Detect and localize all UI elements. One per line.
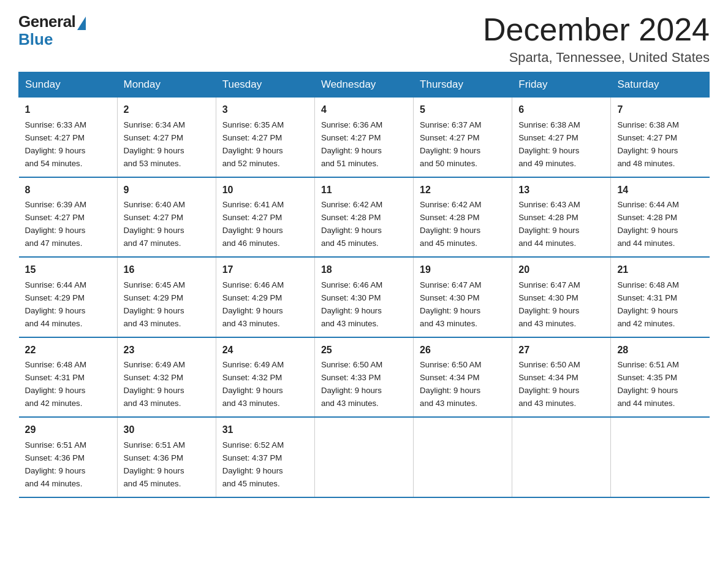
day-number: 27 (518, 343, 604, 358)
day-number: 31 (222, 423, 308, 438)
day-info: Sunrise: 6:48 AMSunset: 4:31 PMDaylight:… (617, 280, 678, 328)
calendar-cell: 25Sunrise: 6:50 AMSunset: 4:33 PMDayligh… (314, 337, 413, 417)
day-number: 18 (321, 262, 407, 278)
day-info: Sunrise: 6:33 AMSunset: 4:27 PMDaylight:… (25, 120, 86, 168)
day-info: Sunrise: 6:52 AMSunset: 4:37 PMDaylight:… (222, 440, 284, 488)
calendar-cell: 22Sunrise: 6:48 AMSunset: 4:31 PMDayligh… (19, 337, 118, 417)
calendar-week-row: 15Sunrise: 6:44 AMSunset: 4:29 PMDayligh… (19, 257, 710, 337)
day-info: Sunrise: 6:34 AMSunset: 4:27 PMDaylight:… (124, 120, 185, 168)
day-number: 30 (124, 423, 210, 438)
location-title: Sparta, Tennessee, United States (483, 50, 710, 66)
calendar-cell (512, 417, 611, 497)
calendar-cell: 21Sunrise: 6:48 AMSunset: 4:31 PMDayligh… (611, 257, 710, 337)
day-info: Sunrise: 6:42 AMSunset: 4:28 PMDaylight:… (420, 200, 481, 248)
day-number: 17 (222, 262, 308, 278)
day-info: Sunrise: 6:49 AMSunset: 4:32 PMDaylight:… (124, 360, 185, 408)
calendar-cell: 9Sunrise: 6:40 AMSunset: 4:27 PMDaylight… (117, 177, 216, 257)
day-number: 23 (124, 343, 210, 358)
calendar-cell: 8Sunrise: 6:39 AMSunset: 4:27 PMDaylight… (19, 177, 118, 257)
calendar-cell: 11Sunrise: 6:42 AMSunset: 4:28 PMDayligh… (314, 177, 413, 257)
day-info: Sunrise: 6:50 AMSunset: 4:34 PMDaylight:… (518, 360, 580, 408)
weekday-header-friday: Friday (512, 72, 611, 98)
calendar-cell: 14Sunrise: 6:44 AMSunset: 4:28 PMDayligh… (611, 177, 710, 257)
day-info: Sunrise: 6:46 AMSunset: 4:30 PMDaylight:… (321, 280, 382, 328)
day-info: Sunrise: 6:49 AMSunset: 4:32 PMDaylight:… (222, 360, 284, 408)
calendar-cell: 6Sunrise: 6:38 AMSunset: 4:27 PMDaylight… (512, 98, 611, 177)
day-number: 20 (518, 262, 604, 278)
header: General Blue December 2024 Sparta, Tenne… (18, 12, 710, 66)
logo-blue-text: Blue (18, 30, 53, 49)
logo: General Blue (18, 12, 86, 49)
day-number: 1 (25, 102, 111, 118)
day-info: Sunrise: 6:47 AMSunset: 4:30 PMDaylight:… (518, 280, 580, 328)
day-number: 7 (617, 102, 703, 118)
day-info: Sunrise: 6:41 AMSunset: 4:27 PMDaylight:… (222, 200, 284, 248)
day-info: Sunrise: 6:50 AMSunset: 4:33 PMDaylight:… (321, 360, 382, 408)
day-info: Sunrise: 6:48 AMSunset: 4:31 PMDaylight:… (25, 360, 86, 408)
day-number: 5 (420, 102, 506, 118)
day-info: Sunrise: 6:51 AMSunset: 4:36 PMDaylight:… (25, 440, 86, 488)
day-number: 22 (25, 343, 111, 358)
weekday-header-sunday: Sunday (19, 72, 118, 98)
calendar-cell: 30Sunrise: 6:51 AMSunset: 4:36 PMDayligh… (117, 417, 216, 497)
calendar-cell: 5Sunrise: 6:37 AMSunset: 4:27 PMDaylight… (414, 98, 512, 177)
calendar-week-row: 22Sunrise: 6:48 AMSunset: 4:31 PMDayligh… (19, 337, 710, 417)
day-number: 8 (25, 183, 111, 198)
calendar-cell: 24Sunrise: 6:49 AMSunset: 4:32 PMDayligh… (216, 337, 314, 417)
logo-triangle-icon (77, 17, 86, 30)
calendar-cell: 15Sunrise: 6:44 AMSunset: 4:29 PMDayligh… (19, 257, 118, 337)
day-info: Sunrise: 6:44 AMSunset: 4:29 PMDaylight:… (25, 280, 86, 328)
day-number: 25 (321, 343, 407, 358)
weekday-header-thursday: Thursday (414, 72, 512, 98)
day-number: 11 (321, 183, 407, 198)
day-info: Sunrise: 6:44 AMSunset: 4:28 PMDaylight:… (617, 200, 678, 248)
calendar-week-row: 8Sunrise: 6:39 AMSunset: 4:27 PMDaylight… (19, 177, 710, 257)
day-number: 10 (222, 183, 308, 198)
day-number: 13 (518, 183, 604, 198)
day-info: Sunrise: 6:38 AMSunset: 4:27 PMDaylight:… (518, 120, 580, 168)
calendar-cell: 13Sunrise: 6:43 AMSunset: 4:28 PMDayligh… (512, 177, 611, 257)
day-info: Sunrise: 6:39 AMSunset: 4:27 PMDaylight:… (25, 200, 86, 248)
day-info: Sunrise: 6:40 AMSunset: 4:27 PMDaylight:… (124, 200, 185, 248)
day-number: 24 (222, 343, 308, 358)
weekday-header-wednesday: Wednesday (314, 72, 413, 98)
day-info: Sunrise: 6:51 AMSunset: 4:35 PMDaylight:… (617, 360, 678, 408)
calendar-week-row: 29Sunrise: 6:51 AMSunset: 4:36 PMDayligh… (19, 417, 710, 497)
day-info: Sunrise: 6:38 AMSunset: 4:27 PMDaylight:… (617, 120, 678, 168)
day-info: Sunrise: 6:46 AMSunset: 4:29 PMDaylight:… (222, 280, 284, 328)
calendar-cell (314, 417, 413, 497)
day-info: Sunrise: 6:50 AMSunset: 4:34 PMDaylight:… (420, 360, 481, 408)
day-info: Sunrise: 6:47 AMSunset: 4:30 PMDaylight:… (420, 280, 481, 328)
calendar-cell (611, 417, 710, 497)
day-info: Sunrise: 6:51 AMSunset: 4:36 PMDaylight:… (124, 440, 185, 488)
calendar-cell: 17Sunrise: 6:46 AMSunset: 4:29 PMDayligh… (216, 257, 314, 337)
calendar-table: SundayMondayTuesdayWednesdayThursdayFrid… (18, 72, 710, 497)
day-info: Sunrise: 6:36 AMSunset: 4:27 PMDaylight:… (321, 120, 382, 168)
calendar-cell: 19Sunrise: 6:47 AMSunset: 4:30 PMDayligh… (414, 257, 512, 337)
day-number: 3 (222, 102, 308, 118)
calendar-cell: 23Sunrise: 6:49 AMSunset: 4:32 PMDayligh… (117, 337, 216, 417)
day-info: Sunrise: 6:37 AMSunset: 4:27 PMDaylight:… (420, 120, 481, 168)
day-number: 28 (617, 343, 703, 358)
calendar-cell: 20Sunrise: 6:47 AMSunset: 4:30 PMDayligh… (512, 257, 611, 337)
day-number: 29 (25, 423, 111, 438)
day-number: 9 (124, 183, 210, 198)
calendar-cell: 4Sunrise: 6:36 AMSunset: 4:27 PMDaylight… (314, 98, 413, 177)
day-number: 19 (420, 262, 506, 278)
day-number: 4 (321, 102, 407, 118)
day-number: 26 (420, 343, 506, 358)
day-number: 2 (124, 102, 210, 118)
day-number: 14 (617, 183, 703, 198)
calendar-cell: 31Sunrise: 6:52 AMSunset: 4:37 PMDayligh… (216, 417, 314, 497)
title-block: December 2024 Sparta, Tennessee, United … (483, 12, 710, 66)
calendar-cell: 2Sunrise: 6:34 AMSunset: 4:27 PMDaylight… (117, 98, 216, 177)
day-number: 16 (124, 262, 210, 278)
calendar-cell: 3Sunrise: 6:35 AMSunset: 4:27 PMDaylight… (216, 98, 314, 177)
weekday-header-saturday: Saturday (611, 72, 710, 98)
day-number: 12 (420, 183, 506, 198)
calendar-cell (414, 417, 512, 497)
calendar-cell: 12Sunrise: 6:42 AMSunset: 4:28 PMDayligh… (414, 177, 512, 257)
day-number: 15 (25, 262, 111, 278)
calendar-cell: 26Sunrise: 6:50 AMSunset: 4:34 PMDayligh… (414, 337, 512, 417)
day-number: 21 (617, 262, 703, 278)
